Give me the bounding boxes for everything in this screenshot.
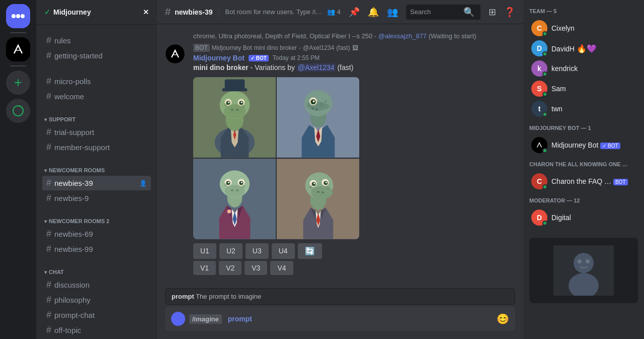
system-mention[interactable]: @alexsajzh_877 bbox=[378, 32, 427, 40]
explore-servers-button[interactable] bbox=[6, 99, 30, 123]
svg-point-0 bbox=[12, 14, 16, 18]
svg-point-64 bbox=[578, 259, 582, 263]
team-section-label: TEAM — 5 bbox=[529, 8, 638, 14]
member-avatar-sam: S bbox=[531, 81, 547, 97]
variation-v1-button[interactable]: V1 bbox=[193, 261, 216, 275]
svg-point-34 bbox=[225, 185, 245, 197]
message-group: BOT Midjourney Bot mini dino broker - @A… bbox=[165, 44, 515, 277]
variation-buttons-row: V1 V2 V3 V4 bbox=[193, 261, 515, 275]
channel-item-newbies-39[interactable]: # newbies-39 👤 bbox=[42, 176, 151, 190]
svg-point-58 bbox=[321, 191, 324, 193]
chat-input-area: /imagine prompt 😊 bbox=[157, 307, 523, 339]
upscale-u1-button[interactable]: U1 bbox=[193, 243, 216, 259]
member-item-charon[interactable]: C Charon the FAQ … BOT bbox=[529, 171, 638, 191]
image-cell-3[interactable] bbox=[193, 159, 276, 239]
server-check-icon: ✓ bbox=[44, 8, 50, 16]
ref-mention: @Axel1234 bbox=[303, 44, 334, 51]
channel-item-micro-polls[interactable]: # micro-polls bbox=[42, 74, 151, 89]
hash-icon: # bbox=[46, 229, 51, 239]
channel-item-welcome[interactable]: # welcome bbox=[42, 89, 151, 104]
server-header[interactable]: ✓Midjourney ✕ bbox=[36, 0, 157, 25]
charon-section: CHARON THE ALL KNOWING ONE … C Charon th… bbox=[529, 161, 638, 191]
members-panel-icon[interactable]: 👥 bbox=[387, 7, 398, 18]
newcomer-rooms2-section-label[interactable]: ▾ NEWCOMER ROOMS 2 bbox=[40, 216, 153, 226]
search-icon[interactable]: 🔍 bbox=[463, 7, 474, 18]
server-dropdown-icon: ✕ bbox=[143, 8, 149, 16]
channel-item-member-support[interactable]: # member-support bbox=[42, 140, 151, 155]
member-avatar-twn: t bbox=[531, 101, 547, 117]
system-suffix: (Waiting to start) bbox=[429, 32, 476, 40]
channel-item-rules[interactable]: # rules bbox=[42, 33, 151, 48]
member-item-kendrick[interactable]: k kendrick bbox=[529, 58, 638, 79]
image-cell-1[interactable] bbox=[193, 77, 276, 158]
prompt-tooltip-description: The prompt to imagine bbox=[196, 293, 261, 300]
message-input[interactable] bbox=[258, 315, 493, 323]
channel-item-newbies-99[interactable]: # newbies-99 bbox=[42, 242, 151, 256]
svg-point-30 bbox=[315, 108, 318, 110]
member-badges-davidh: 🔥💜 bbox=[577, 44, 597, 53]
content-user[interactable]: @Axel1234 bbox=[297, 63, 336, 72]
notification-icon[interactable]: 🔔 bbox=[368, 7, 379, 18]
channel-item-off-topic[interactable]: # off-topic bbox=[42, 323, 151, 337]
svg-point-26 bbox=[313, 100, 315, 102]
bot-verified-badge: ✓ BOT bbox=[600, 143, 620, 149]
svg-point-19 bbox=[224, 103, 227, 106]
pin-icon[interactable]: 📌 bbox=[349, 7, 360, 18]
image-grid bbox=[193, 77, 359, 239]
upscale-u4-button[interactable]: U4 bbox=[272, 243, 295, 259]
newcomer-rooms-2-section: ▾ NEWCOMER ROOMS 2 # newbies-69 # newbie… bbox=[36, 208, 157, 259]
member-avatar-cixelyn: C bbox=[531, 20, 547, 36]
image-cell-2[interactable] bbox=[277, 77, 359, 158]
svg-point-39 bbox=[228, 181, 229, 183]
user-add-icon: 👤 bbox=[139, 180, 147, 187]
member-avatar-mj-bot bbox=[531, 137, 547, 153]
upscale-u2-button[interactable]: U2 bbox=[219, 243, 243, 259]
server-name: Midjourney bbox=[53, 8, 91, 16]
chat-section-label[interactable]: ▾ CHAT bbox=[40, 267, 153, 277]
variation-v3-button[interactable]: V3 bbox=[245, 261, 267, 275]
layout-icon[interactable]: ⊞ bbox=[489, 7, 496, 18]
member-item-mj-bot[interactable]: Midjourney Bot ✓ BOT bbox=[529, 135, 638, 155]
svg-point-57 bbox=[317, 191, 320, 193]
hash-icon: # bbox=[46, 142, 51, 153]
channel-item-trial-support[interactable]: # trial-support bbox=[42, 125, 151, 140]
member-item-davidh[interactable]: D DavidH 🔥💜 bbox=[529, 38, 638, 58]
search-input[interactable] bbox=[410, 8, 460, 16]
member-item-sam[interactable]: S Sam bbox=[529, 79, 638, 99]
channel-item-prompt-chat[interactable]: # prompt-chat bbox=[42, 308, 151, 322]
command-param-label: prompt bbox=[226, 314, 254, 324]
svg-point-20 bbox=[242, 105, 245, 108]
image-cell-4[interactable] bbox=[277, 159, 359, 239]
sidebar-divider-2 bbox=[10, 65, 26, 66]
member-avatar-kendrick: k bbox=[531, 60, 547, 77]
channel-item-discussion[interactable]: # discussion bbox=[42, 278, 151, 292]
member-name-cixelyn: Cixelyn bbox=[551, 24, 575, 32]
ref-speed: (fast) bbox=[336, 44, 350, 51]
member-item-cixelyn[interactable]: C Cixelyn bbox=[529, 18, 638, 38]
variation-v4-button[interactable]: V4 bbox=[270, 261, 293, 275]
channel-item-newbies-9[interactable]: # newbies-9 bbox=[42, 191, 151, 206]
member-item-digital[interactable]: D Digital bbox=[529, 208, 638, 228]
channel-item-philosophy[interactable]: # philosophy bbox=[42, 293, 151, 307]
help-icon[interactable]: ❓ bbox=[504, 7, 515, 18]
bot-avatar bbox=[165, 44, 185, 64]
channel-item-newbies-69[interactable]: # newbies-69 bbox=[42, 227, 151, 241]
newcomer-rooms-section-label[interactable]: ▾ NEWCOMER ROOMS bbox=[40, 165, 153, 175]
variations-label: Variations by bbox=[255, 63, 295, 72]
emoji-button[interactable]: 😊 bbox=[497, 313, 509, 325]
hash-icon: # bbox=[46, 295, 51, 305]
svg-point-2 bbox=[21, 14, 25, 18]
refresh-button[interactable]: 🔄 bbox=[298, 243, 322, 259]
variation-v2-button[interactable]: V2 bbox=[219, 261, 242, 275]
svg-point-55 bbox=[313, 182, 315, 184]
support-section-label[interactable]: ▾ SUPPORT bbox=[40, 114, 153, 124]
member-item-twn[interactable]: t twn bbox=[529, 99, 638, 119]
discord-home-button[interactable] bbox=[6, 4, 30, 28]
hash-icon: # bbox=[46, 178, 51, 188]
upscale-u3-button[interactable]: U3 bbox=[246, 243, 269, 259]
add-server-button[interactable]: + bbox=[6, 71, 30, 95]
channel-item-getting-started[interactable]: # getting-started bbox=[42, 48, 151, 63]
member-count-icon[interactable]: 👥 4 bbox=[327, 8, 341, 16]
svg-point-56 bbox=[326, 181, 327, 183]
server-icon-midjourney[interactable] bbox=[6, 37, 30, 61]
